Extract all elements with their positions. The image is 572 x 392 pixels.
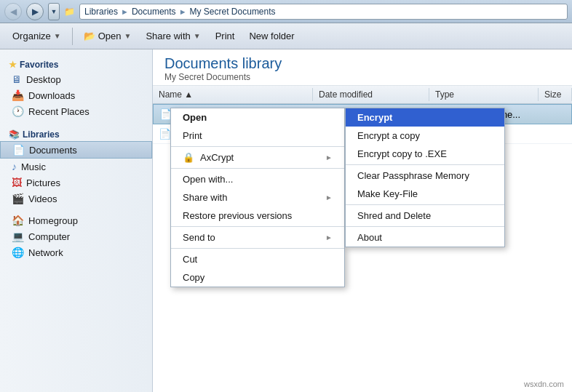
sidebar-downloads-label: Downloads	[28, 90, 75, 101]
print-button[interactable]: Print	[209, 27, 242, 45]
sidebar-item-network[interactable]: 🌐 Network	[0, 244, 152, 260]
ctx-sharewith-label: Share with	[183, 192, 321, 203]
forward-button[interactable]: ▶	[26, 3, 44, 20]
context-menu: Open Print 🔒 AxCrypt ► Open with... Shar…	[170, 108, 345, 287]
sidebar-item-computer[interactable]: 💻 Computer	[0, 228, 152, 244]
sidebar: ★Favorites 🖥 Desktop 📥 Downloads 🕐 Recen…	[0, 49, 153, 392]
breadcrumb-mysecret: My Secret Documents	[190, 7, 276, 17]
sub-about[interactable]: About	[346, 228, 504, 247]
breadcrumb-sep1: ►	[121, 7, 129, 16]
sidebar-homegroup-label: Homegroup	[28, 215, 78, 226]
open-icon: 📂	[84, 31, 95, 41]
open-arrow-icon: ▼	[124, 32, 131, 40]
file-list-header: Name ▲ Date modified Type Size	[153, 86, 572, 104]
toolbar-separator-1	[72, 28, 73, 45]
sidebar-pictures-label: Pictures	[26, 177, 60, 188]
homegroup-icon: 🏠	[12, 215, 24, 226]
open-button[interactable]: 📂 Open ▼	[77, 27, 138, 45]
address-bar: ◀ ▶ ▼ 📁 Libraries ► Documents ► My Secre…	[0, 0, 572, 23]
ctx-axcrypt[interactable]: 🔒 AxCrypt ►	[171, 148, 344, 167]
music-icon: ♪	[12, 161, 17, 172]
sub-encrypt-copy[interactable]: Encrypt a copy	[346, 127, 504, 145]
sub-make-key[interactable]: Make Key-File	[346, 185, 504, 203]
share-label: Share with	[146, 31, 190, 41]
column-header-name[interactable]: Name ▲	[153, 88, 313, 101]
sidebar-videos-label: Videos	[28, 193, 57, 204]
ctx-copy-label: Copy	[183, 272, 204, 283]
sub-encrypt-label: Encrypt	[357, 112, 392, 123]
content-header: Documents library My Secret Documents	[153, 49, 572, 86]
column-header-date[interactable]: Date modified	[313, 88, 429, 101]
ctx-share-arrow-icon: ►	[325, 193, 333, 201]
sidebar-item-music[interactable]: ♪ Music	[0, 159, 152, 175]
sidebar-item-documents[interactable]: 📄 Documents	[0, 141, 152, 159]
ctx-restore[interactable]: Restore previous versions	[171, 207, 344, 225]
downloads-icon: 📥	[12, 89, 24, 101]
back-button[interactable]: ◀	[4, 3, 22, 20]
ctx-open[interactable]: Open	[171, 108, 344, 127]
sidebar-item-desktop[interactable]: 🖥 Desktop	[0, 71, 152, 87]
sub-encrypt-exe[interactable]: Encrypt copy to .EXE	[346, 145, 504, 163]
ctx-open-with[interactable]: Open with...	[171, 170, 344, 188]
ctx-sep-2	[171, 168, 344, 169]
sub-about-label: About	[357, 232, 382, 243]
sidebar-item-recent-places[interactable]: 🕐 Recent Places	[0, 103, 152, 119]
sub-sep-2	[346, 204, 504, 205]
address-breadcrumb[interactable]: Libraries ► Documents ► My Secret Docume…	[79, 4, 568, 20]
ctx-send-to[interactable]: Send to ►	[171, 228, 344, 247]
desktop-icon: 🖥	[12, 73, 22, 85]
folder-icon: 📁	[64, 7, 75, 17]
sub-shred-label: Shred and Delete	[357, 210, 431, 221]
ctx-print[interactable]: Print	[171, 127, 344, 145]
sidebar-item-homegroup[interactable]: 🏠 Homegroup	[0, 212, 152, 228]
sub-clear-passphrase[interactable]: Clear Passphrase Memory	[346, 167, 504, 185]
toolbar: Organize ▼ 📂 Open ▼ Share with ▼ Print N…	[0, 23, 572, 49]
new-folder-button[interactable]: New folder	[242, 27, 301, 45]
network-icon: 🌐	[12, 247, 24, 258]
watermark: wsxdn.com	[522, 379, 566, 389]
organize-button[interactable]: Organize ▼	[6, 27, 68, 45]
sub-sep-1	[346, 164, 504, 165]
library-subtitle: My Secret Documents	[164, 72, 560, 82]
breadcrumb-documents: Documents	[132, 7, 176, 17]
print-label: Print	[215, 31, 235, 41]
sidebar-recent-label: Recent Places	[28, 106, 90, 117]
ctx-sendto-label: Send to	[183, 232, 321, 243]
column-header-size[interactable]: Size	[539, 88, 572, 101]
breadcrumb-sep2: ►	[179, 7, 187, 16]
ctx-cut[interactable]: Cut	[171, 250, 344, 268]
content-area: Documents library My Secret Documents Na…	[153, 49, 572, 392]
sidebar-item-pictures[interactable]: 🖼 Pictures	[0, 175, 152, 191]
documents-icon: 📄	[12, 144, 25, 156]
sub-shred[interactable]: Shred and Delete	[346, 207, 504, 225]
sidebar-item-downloads[interactable]: 📥 Downloads	[0, 87, 152, 103]
ctx-restore-label: Restore previous versions	[183, 210, 292, 221]
ctx-copy[interactable]: Copy	[171, 268, 344, 287]
breadcrumb-libraries: Libraries	[84, 7, 118, 17]
ctx-sendto-arrow-icon: ►	[325, 233, 333, 241]
file-icon-1: 📄	[159, 128, 171, 140]
sidebar-item-videos[interactable]: 🎬 Videos	[0, 191, 152, 207]
nav-dropdown-button[interactable]: ▼	[48, 3, 60, 20]
sub-encrypt-exe-label: Encrypt copy to .EXE	[357, 148, 447, 159]
sub-makekey-label: Make Key-File	[357, 188, 418, 199]
favorites-section-label: ★Favorites	[0, 55, 152, 71]
share-button[interactable]: Share with ▼	[139, 27, 207, 45]
axcrypt-submenu: Encrypt Encrypt a copy Encrypt copy to .…	[345, 108, 505, 247]
recent-icon: 🕐	[12, 105, 24, 117]
open-label: Open	[98, 31, 122, 41]
pictures-icon: 🖼	[12, 177, 22, 188]
sub-encrypt[interactable]: Encrypt	[346, 108, 504, 127]
ctx-share-with[interactable]: Share with ►	[171, 188, 344, 207]
sidebar-music-label: Music	[21, 161, 46, 172]
sub-encrypt-copy-label: Encrypt a copy	[357, 130, 420, 141]
column-header-type[interactable]: Type	[429, 88, 539, 101]
sidebar-documents-label: Documents	[29, 145, 77, 156]
sidebar-computer-label: Computer	[28, 231, 70, 242]
sidebar-network-label: Network	[28, 247, 63, 258]
new-folder-label: New folder	[249, 31, 294, 41]
main-area: ★Favorites 🖥 Desktop 📥 Downloads 🕐 Recen…	[0, 49, 572, 392]
videos-icon: 🎬	[12, 193, 24, 204]
ctx-open-label: Open	[183, 112, 207, 123]
ctx-axcrypt-arrow-icon: ►	[325, 153, 333, 161]
